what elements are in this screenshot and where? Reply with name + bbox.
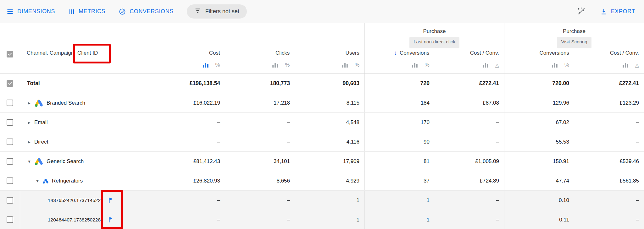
row-checkbox[interactable] xyxy=(7,197,13,204)
row-name-cell: 1437652420.173714522 xyxy=(20,191,155,210)
expand-arrow[interactable]: ▾ xyxy=(26,159,32,164)
total-users: 90,603 xyxy=(295,74,365,93)
column-label: Conversions xyxy=(540,50,569,56)
row-checkbox-cell xyxy=(0,210,20,229)
bar-chart-icon[interactable] xyxy=(272,63,278,68)
delta-icon[interactable]: △ xyxy=(635,62,639,68)
row-label: Direct xyxy=(34,139,48,145)
cell-users: 4,929 xyxy=(295,171,365,190)
column-header-conversions-vs[interactable]: Conversions % xyxy=(504,48,574,74)
conversions-label: CONVERSIONS xyxy=(130,8,174,15)
bar-chart-icon[interactable] xyxy=(203,63,208,68)
signpost-icon[interactable] xyxy=(106,197,113,204)
subcols: ↓ Conversions % Cost / Conv. △ xyxy=(365,48,504,74)
bar-chart-icon[interactable] xyxy=(623,63,628,68)
row-checkbox[interactable] xyxy=(7,119,13,126)
column-header-cost-per-conv-vs[interactable]: Cost / Conv. △ xyxy=(574,48,644,74)
subcols: Conversions % Cost / Conv. △ xyxy=(504,48,644,74)
download-icon xyxy=(600,8,608,15)
table-row: ▸Direct––4,11690–55.53– xyxy=(0,132,644,152)
column-label: Cost xyxy=(209,50,220,56)
conversions-button[interactable]: CONVERSIONS xyxy=(119,8,174,15)
dimensions-button[interactable]: DIMENSIONS xyxy=(6,8,55,15)
sort-desc-icon[interactable]: ↓ xyxy=(394,50,397,57)
cell-cost-per-conv-vs: £561.85 xyxy=(574,171,644,190)
bar-chart-icon[interactable] xyxy=(412,63,418,68)
cell-clicks: – xyxy=(225,113,295,132)
row-checkbox[interactable] xyxy=(7,139,13,145)
export-label: EXPORT xyxy=(611,8,635,15)
cell-conversions-lndc: 37 xyxy=(365,171,435,190)
row-checkbox[interactable] xyxy=(7,158,13,165)
table-row: ▾Generic Search£81,412.4334,10117,90981£… xyxy=(0,152,644,171)
cell-conversions-vs: 47.74 xyxy=(504,171,574,190)
row-checkbox[interactable] xyxy=(7,177,13,184)
total-label: Total xyxy=(27,80,40,87)
select-all-checkbox[interactable] xyxy=(7,51,13,57)
cell-conversions-vs: 0.10 xyxy=(504,191,574,210)
cell-cost-per-conv-lndc: £724.89 xyxy=(435,171,504,190)
row-label: 120464407.1738250228 xyxy=(48,217,101,223)
cell-cost-per-conv-lndc: – xyxy=(435,191,504,210)
row-checkbox[interactable] xyxy=(7,216,13,223)
delta-icon[interactable]: △ xyxy=(495,62,499,68)
cell-conversions-vs: 55.53 xyxy=(504,132,574,151)
cell-conversions-lndc: 90 xyxy=(365,132,435,151)
bar-chart-icon[interactable] xyxy=(483,63,488,68)
magic-wand-button[interactable] xyxy=(577,7,586,16)
row-checkbox-cell xyxy=(0,93,20,112)
metrics-button[interactable]: METRICS xyxy=(68,8,105,15)
column-header-conversions-lndc[interactable]: ↓ Conversions % xyxy=(365,48,435,74)
filters-button[interactable]: Filters not set xyxy=(187,4,247,19)
metrics-group-purchase-lndc: Purchase Last non-direct click ↓ Convers… xyxy=(365,23,504,74)
column-header-users[interactable]: Users % xyxy=(295,48,364,74)
cell-cost: £16,022.19 xyxy=(155,93,225,112)
row-checkbox-cell xyxy=(0,132,20,151)
cell-clicks: 17,218 xyxy=(225,93,295,112)
table-header: Channel, Campaign,Client ID Cost % Click… xyxy=(0,23,644,74)
cell-users: 1 xyxy=(295,191,365,210)
toolbar-left: DIMENSIONS METRICS CONVERSIONS Filters n… xyxy=(6,4,247,19)
expand-arrow[interactable]: ▸ xyxy=(26,120,32,125)
metrics-group-purchase-visit-scoring: Purchase Visit Scoring Conversions % Cos… xyxy=(504,23,644,74)
cell-cost: £81,412.43 xyxy=(155,152,225,171)
expand-arrow[interactable]: ▸ xyxy=(26,100,32,106)
total-label-cell: Total xyxy=(20,74,155,93)
column-header-clicks[interactable]: Clicks % xyxy=(225,48,295,74)
total-checkbox[interactable] xyxy=(7,80,13,87)
total-conversions-vs: 720.00 xyxy=(504,74,574,93)
row-label: Email xyxy=(34,119,48,126)
total-conversions-lndc: 720 xyxy=(365,74,435,93)
percent-icon[interactable]: % xyxy=(215,62,220,68)
attribution-model-badge: Visit Scoring xyxy=(557,37,591,48)
group-title: Purchase xyxy=(504,28,644,37)
percent-icon[interactable]: % xyxy=(285,62,290,68)
percent-icon[interactable]: % xyxy=(425,62,429,68)
cell-conversions-vs: 150.91 xyxy=(504,152,574,171)
cell-cost-per-conv-lndc: – xyxy=(435,210,504,229)
percent-icon[interactable]: % xyxy=(355,62,359,68)
cell-cost-per-conv-vs: – xyxy=(574,210,644,229)
cell-clicks: – xyxy=(225,210,295,229)
signpost-icon[interactable] xyxy=(106,216,113,223)
column-header-cost[interactable]: Cost % xyxy=(155,48,225,74)
google-ads-icon xyxy=(34,157,43,166)
row-checkbox[interactable] xyxy=(7,100,13,106)
name-column-header[interactable]: Channel, Campaign,Client ID xyxy=(20,23,155,74)
expand-arrow[interactable]: ▸ xyxy=(26,139,32,145)
bar-chart-icon[interactable] xyxy=(342,63,348,68)
cell-conversions-lndc: 1 xyxy=(365,191,435,210)
total-cost-per-conv-lndc: £272.41 xyxy=(435,74,504,93)
export-button[interactable]: EXPORT xyxy=(600,8,635,15)
name-column-prefix: Channel, Campaign, xyxy=(27,50,75,56)
cell-cost-per-conv-vs: – xyxy=(574,132,644,151)
bar-chart-icon[interactable] xyxy=(552,63,558,68)
column-label: Clicks xyxy=(275,50,290,56)
row-label: Branded Search xyxy=(47,100,85,106)
percent-icon[interactable]: % xyxy=(564,62,569,68)
column-header-cost-per-conv-lndc[interactable]: Cost / Conv. △ xyxy=(435,48,504,74)
table-row: 1437652420.173714522––11–0.10– xyxy=(0,191,644,210)
expand-arrow[interactable]: ▾ xyxy=(35,178,40,184)
row-label: Generic Search xyxy=(47,158,84,165)
cell-cost-per-conv-lndc: £87.08 xyxy=(435,93,504,112)
